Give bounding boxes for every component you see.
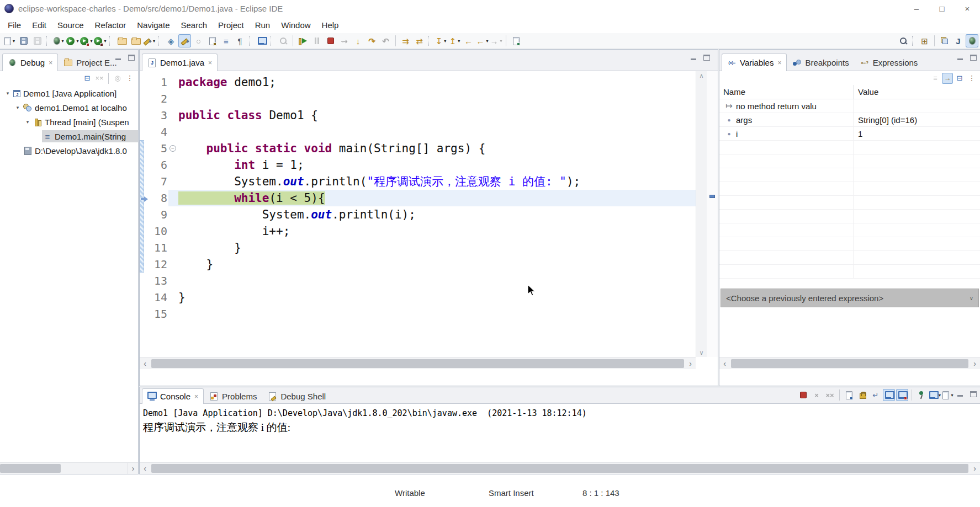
close-icon[interactable]: × — [49, 59, 52, 67]
expression-history-dropdown[interactable]: <Choose a previously entered expression>… — [721, 289, 979, 307]
search-icon[interactable] — [897, 34, 909, 47]
tree-item[interactable]: ▾Demo1 [Java Application] — [0, 86, 138, 100]
editor-hscrollbar[interactable]: ‹ › — [140, 357, 696, 369]
show-whitespace-icon[interactable]: ¶ — [234, 34, 246, 47]
extract-up-icon[interactable]: ↥▾ — [448, 34, 461, 47]
code-line-11[interactable]: 11 } — [140, 239, 696, 256]
open-perspective-icon[interactable]: ⊞ — [918, 34, 931, 47]
menu-file[interactable]: File — [2, 18, 27, 32]
code-line-13[interactable]: 13 — [140, 273, 696, 289]
scroll-right-icon[interactable]: › — [128, 463, 138, 474]
menu-refactor[interactable]: Refactor — [89, 18, 132, 32]
line-number[interactable]: 12 — [149, 256, 168, 273]
tab-console[interactable]: Console× — [142, 388, 204, 404]
code-line-2[interactable]: 2 — [140, 90, 696, 107]
show-type-names-icon[interactable]: ≡ — [930, 73, 941, 84]
scroll-left-icon[interactable]: ‹ — [140, 463, 150, 474]
scrollbar-thumb[interactable] — [731, 359, 968, 368]
show-view-list-icon[interactable]: ≡ — [220, 34, 232, 47]
drop-to-frame-icon[interactable]: ⇉ — [399, 34, 412, 47]
scroll-lock-icon[interactable] — [856, 389, 868, 401]
step-return-icon[interactable]: ↶ — [379, 34, 392, 47]
save-icon[interactable] — [17, 34, 30, 47]
tab-debug[interactable]: Debug× — [2, 54, 58, 71]
tree-item[interactable]: ▾Thread [main] (Suspen — [0, 115, 138, 129]
scroll-right-icon[interactable]: › — [970, 358, 980, 369]
back-icon[interactable]: ←▾ — [476, 34, 489, 47]
show-logical-structures-icon[interactable]: → — [942, 73, 953, 84]
scroll-left-icon[interactable]: ‹ — [719, 358, 730, 369]
menu-help[interactable]: Help — [316, 18, 345, 32]
maximize-view-icon[interactable] — [970, 55, 977, 61]
menu-edit[interactable]: Edit — [27, 18, 52, 32]
resume-icon[interactable] — [296, 34, 309, 47]
code-line-8[interactable]: 8 while(i < 5){ — [140, 190, 696, 206]
view-menu-icon[interactable]: ⋮ — [966, 73, 977, 84]
tree-item[interactable]: ▾demo1.Demo1 at localho — [0, 100, 138, 115]
code-line-7[interactable]: 7 System.out.println("程序调试演示，注意观察 i 的值: … — [140, 173, 696, 190]
collapse-all-icon[interactable]: ⊟ — [82, 73, 93, 84]
code-line-9[interactable]: 9 System.out.println(i); — [140, 206, 696, 223]
scroll-right-icon[interactable]: › — [685, 358, 696, 369]
line-number[interactable]: 4 — [149, 124, 168, 140]
menu-navigate[interactable]: Navigate — [131, 18, 175, 32]
variable-row[interactable]: ●argsString[0] (id=16) — [719, 113, 980, 127]
scroll-up-icon[interactable]: ∧ — [699, 71, 703, 80]
minimize-view-icon[interactable] — [115, 55, 121, 61]
suspend-icon[interactable] — [310, 34, 323, 47]
maximize-view-icon[interactable] — [970, 391, 977, 397]
tab-project-e-[interactable]: Project E... — [58, 54, 122, 71]
overview-ruler-marker[interactable] — [709, 195, 715, 198]
view-menu-icon[interactable]: ⋮ — [124, 73, 135, 84]
code-line-15[interactable]: 15 — [140, 306, 696, 322]
column-header-value[interactable]: Value — [854, 87, 980, 97]
window-close-button[interactable]: × — [955, 0, 980, 17]
tree-item[interactable]: Demo1.main(String — [0, 129, 138, 143]
expand-arrow-icon[interactable]: ▾ — [3, 90, 12, 96]
show-on-stderr-icon[interactable] — [896, 389, 908, 401]
open-run-config-icon[interactable] — [129, 34, 142, 47]
code-line-10[interactable]: 10 i++; — [140, 223, 696, 239]
variable-row[interactable]: ●i1 — [719, 127, 980, 141]
disconnect-icon[interactable]: ⇝ — [338, 34, 351, 47]
scrollbar-thumb[interactable] — [0, 464, 61, 473]
remove-launch-icon[interactable]: × — [811, 389, 823, 401]
line-number[interactable]: 7 — [149, 173, 168, 190]
scroll-down-icon[interactable]: ∨ — [699, 348, 703, 357]
run-external-icon[interactable]: ▾ — [94, 34, 107, 47]
line-number[interactable]: 13 — [149, 273, 168, 289]
save-all-icon[interactable] — [31, 34, 44, 47]
load-into-icon[interactable]: ↧▾ — [435, 34, 447, 47]
code-line-5[interactable]: 5− public static void main(String[] args… — [140, 140, 696, 157]
menu-source[interactable]: Source — [52, 18, 89, 32]
pin-console-icon[interactable] — [915, 389, 928, 401]
line-number[interactable]: 8 — [149, 190, 168, 206]
open-console-icon[interactable]: ▾ — [942, 389, 954, 401]
use-step-filters-icon[interactable]: ⇄ — [413, 34, 426, 47]
terminate-icon[interactable] — [797, 389, 809, 401]
maximize-editor-icon[interactable] — [703, 55, 710, 61]
show-on-stdout-icon[interactable] — [883, 389, 895, 401]
tree-item[interactable]: D:\Develop\Java\jdk1.8.0 — [0, 143, 138, 158]
minimize-view-icon[interactable] — [957, 55, 963, 61]
line-number[interactable]: 6 — [149, 157, 168, 173]
collapse-all-icon[interactable]: ⊟ — [954, 73, 965, 84]
coverage-icon[interactable]: ▾ — [80, 34, 93, 47]
forward-icon[interactable]: →▾ — [490, 34, 502, 47]
word-wrap-icon[interactable]: ↵ — [870, 389, 882, 401]
step-into-icon[interactable]: ↓ — [352, 34, 364, 47]
code-line-6[interactable]: 6 int i = 1; — [140, 157, 696, 173]
spelling-icon[interactable]: ○ — [192, 34, 205, 47]
editor-vscrollbar[interactable]: ∧ ∨ — [696, 71, 707, 357]
open-console-icon[interactable] — [255, 34, 268, 47]
open-type-icon[interactable]: ◈ — [165, 34, 177, 47]
filters-icon[interactable]: ◎ — [112, 73, 123, 84]
line-number[interactable]: 11 — [149, 239, 168, 256]
maximize-view-icon[interactable] — [128, 55, 135, 61]
line-number[interactable]: 9 — [149, 206, 168, 223]
column-header-name[interactable]: Name — [719, 85, 854, 99]
remove-all-terminated-icon[interactable]: ×× — [824, 389, 836, 401]
minimize-view-icon[interactable] — [957, 391, 963, 397]
menu-window[interactable]: Window — [276, 18, 316, 32]
window-maximize-button[interactable]: □ — [929, 0, 955, 17]
